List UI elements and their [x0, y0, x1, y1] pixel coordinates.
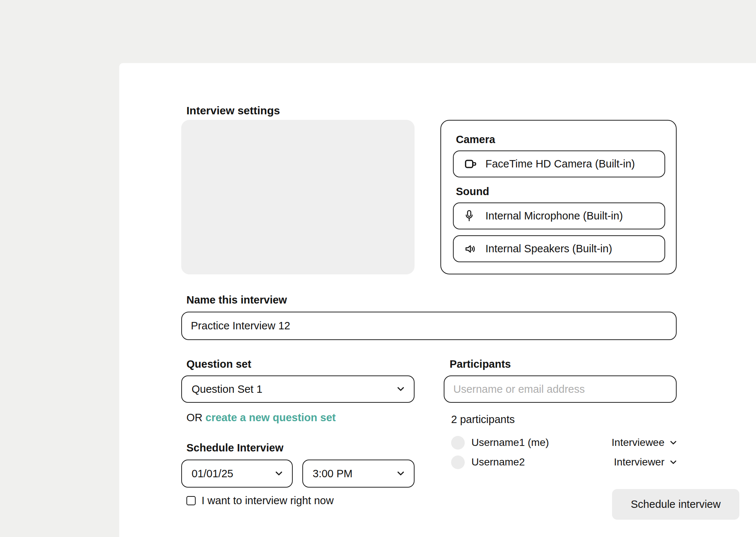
- camera-device-button[interactable]: FaceTime HD Camera (Built-in): [453, 150, 665, 177]
- page-title: Interview settings: [186, 104, 280, 117]
- participant-row: Username1 (me) Interviewee: [451, 434, 677, 451]
- interview-name-input[interactable]: [181, 312, 677, 340]
- time-value: 3:00 PM: [313, 468, 353, 480]
- participant-name: Username1 (me): [471, 437, 549, 448]
- time-select[interactable]: 3:00 PM: [302, 460, 415, 488]
- participants-count: 2 participants: [451, 413, 515, 426]
- participant-row: Username2 Interviewer: [451, 454, 677, 470]
- camera-device-name: FaceTime HD Camera (Built-in): [485, 158, 635, 170]
- avatar: [451, 436, 465, 450]
- microphone-icon: [465, 210, 480, 222]
- microphone-device-name: Internal Microphone (Built-in): [485, 210, 623, 222]
- participant-role-select[interactable]: Interviewer: [614, 456, 677, 468]
- schedule-interview-label: Schedule Interview: [186, 441, 284, 454]
- microphone-device-button[interactable]: Internal Microphone (Built-in): [453, 202, 665, 229]
- participants-label: Participants: [450, 358, 511, 370]
- interview-now-checkbox[interactable]: [186, 496, 196, 505]
- create-question-set-link[interactable]: create a new question set: [206, 412, 336, 423]
- schedule-interview-button[interactable]: Schedule interview: [612, 489, 739, 520]
- chevron-down-icon: [397, 471, 404, 476]
- question-set-value: Question Set 1: [192, 383, 262, 395]
- camera-preview: [181, 120, 415, 274]
- interview-now-row[interactable]: I want to interview right now: [186, 494, 334, 507]
- name-interview-label: Name this interview: [186, 294, 287, 306]
- participant-role-value: Interviewer: [614, 456, 664, 468]
- chevron-down-icon: [275, 471, 282, 476]
- participant-name: Username2: [471, 456, 525, 468]
- chevron-down-icon: [670, 441, 677, 445]
- interview-now-label: I want to interview right now: [202, 494, 334, 507]
- participant-role-value: Interviewee: [612, 437, 664, 448]
- sound-section-label: Sound: [456, 185, 664, 198]
- device-settings-panel: Camera FaceTime HD Camera (Built-in) Sou…: [440, 120, 677, 274]
- participant-role-select[interactable]: Interviewee: [612, 437, 677, 448]
- video-camera-icon: [465, 159, 480, 169]
- question-set-select[interactable]: Question Set 1: [181, 375, 415, 403]
- date-value: 01/01/25: [192, 468, 233, 480]
- camera-section-label: Camera: [456, 133, 664, 146]
- or-text: OR: [186, 412, 203, 423]
- speakers-device-name: Internal Speakers (Built-in): [485, 243, 612, 255]
- question-set-or-line: OR create a new question set: [186, 411, 336, 424]
- participant-search-input[interactable]: [444, 375, 677, 403]
- avatar: [451, 455, 465, 469]
- question-set-label: Question set: [186, 358, 251, 370]
- speakers-device-button[interactable]: Internal Speakers (Built-in): [453, 235, 665, 262]
- speaker-icon: [465, 244, 480, 254]
- date-select[interactable]: 01/01/25: [181, 460, 293, 488]
- chevron-down-icon: [397, 387, 404, 391]
- chevron-down-icon: [670, 460, 677, 464]
